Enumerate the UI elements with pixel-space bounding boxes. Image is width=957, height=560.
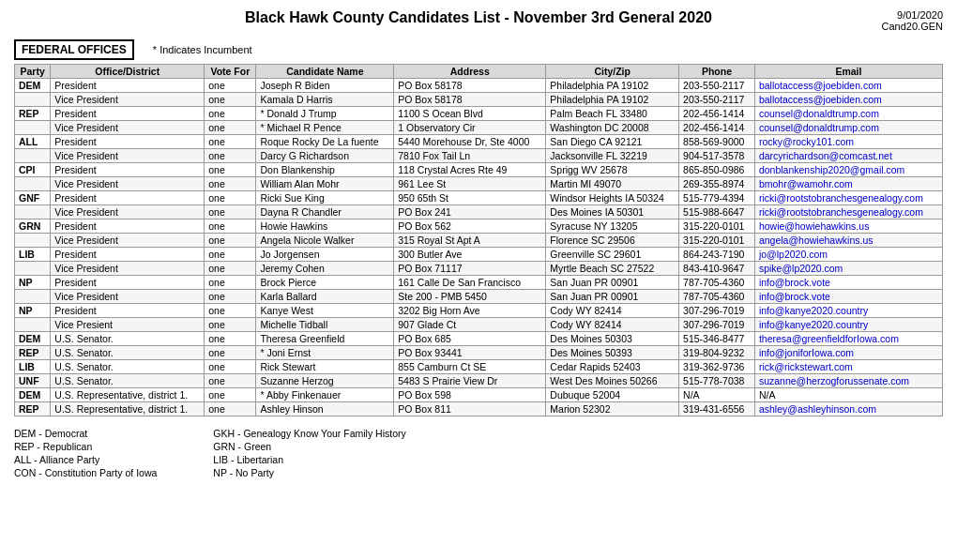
email-link[interactable]: info@kanye2020.country: [759, 319, 868, 330]
email-link[interactable]: counsel@donaldtrump.com: [759, 122, 879, 133]
cell-address: PO Box 58178: [394, 79, 546, 93]
email-link[interactable]: rocky@rocky101.com: [759, 136, 854, 147]
cell-vote-for: one: [205, 360, 256, 374]
legend-col2: GKH - Genealogy Know Your Family History…: [213, 428, 405, 478]
email-link[interactable]: donblankenship2020@gmail.com: [759, 164, 904, 175]
cell-city-zip: San Juan PR 00901: [546, 290, 679, 304]
cell-office: U.S. Senator.: [51, 332, 205, 346]
cell-party: CPI: [15, 163, 51, 177]
cell-office: Vice President: [51, 93, 205, 107]
email-link[interactable]: info@brock.vote: [759, 277, 830, 288]
cell-address: 161 Calle De San Francisco: [394, 276, 546, 290]
cell-vote-for: one: [205, 121, 256, 135]
email-link[interactable]: jo@lp2020.com: [759, 249, 828, 260]
col-vote-for: Vote For: [205, 65, 256, 79]
section-header-row: FEDERAL OFFICES * Indicates Incumbent: [14, 39, 943, 60]
cell-email: bmohr@wamohr.com: [754, 177, 942, 191]
cell-email: spike@lp2020.com: [754, 262, 942, 276]
email-link[interactable]: ashley@ashleyhinson.com: [759, 403, 876, 415]
email-link[interactable]: counsel@donaldtrump.com: [759, 108, 879, 119]
cell-email: suzanne@herzogforussenate.com: [754, 374, 942, 388]
table-row: UNFU.S. Senator.oneSuzanne Herzog5483 S …: [15, 374, 943, 388]
cell-party: NP: [15, 276, 51, 290]
cell-email: angela@howiehawkins.us: [754, 234, 942, 248]
incumbent-note: * Indicates Incumbent: [153, 44, 252, 55]
email-link[interactable]: ballotaccess@joebiden.com: [759, 80, 882, 91]
cell-city-zip: Greenville SC 29601: [546, 248, 679, 262]
table-row: DEMPresidentoneJoseph R BidenPO Box 5817…: [15, 79, 943, 93]
page-title: Black Hawk County Candidates List - Nove…: [108, 9, 849, 26]
legend-col1: DEM - DemocratREP - RepublicanALL - Alli…: [14, 428, 157, 478]
email-link[interactable]: info@kanye2020.country: [759, 305, 868, 316]
cell-address: 1 Observatory Cir: [394, 121, 546, 135]
cell-email: info@brock.vote: [754, 276, 942, 290]
cell-phone: 904-517-3578: [679, 149, 755, 163]
cell-candidate: Howie Hawkins: [256, 219, 394, 234]
cell-office: Vice President: [51, 121, 205, 135]
cell-candidate: Jo Jorgensen: [256, 248, 394, 262]
legend-item: LIB - Libertarian: [213, 454, 405, 465]
cell-party: DEM: [15, 332, 51, 346]
email-link[interactable]: darcyrichardson@comcast.net: [759, 150, 892, 161]
cell-candidate: William Alan Mohr: [256, 177, 394, 191]
cell-address: Ste 200 - PMB 5450: [394, 290, 546, 304]
email-link[interactable]: spike@lp2020.com: [759, 263, 843, 274]
table-row: Vice PresidentoneDarcy G Richardson7810 …: [15, 149, 943, 163]
email-link[interactable]: info@brock.vote: [759, 291, 830, 302]
cell-address: 961 Lee St: [394, 177, 546, 191]
cell-candidate: * Michael R Pence: [256, 121, 394, 135]
cell-candidate: Ashley Hinson: [256, 402, 394, 416]
cell-city-zip: Cody WY 82414: [546, 318, 679, 332]
cell-office: U.S. Senator.: [51, 346, 205, 360]
cell-vote-for: one: [205, 276, 256, 290]
cell-phone: 202-456-1414: [679, 107, 755, 121]
cell-vote-for: one: [205, 304, 256, 318]
cell-office: Vice President: [51, 234, 205, 248]
email-link[interactable]: info@joniforIowa.com: [759, 347, 854, 358]
email-link[interactable]: angela@howiehawkins.us: [759, 235, 873, 246]
email-link[interactable]: ballotaccess@joebiden.com: [759, 94, 882, 105]
cell-party: GNF: [15, 191, 51, 205]
cell-phone: 515-988-6647: [679, 205, 755, 219]
cell-phone: 307-296-7019: [679, 304, 755, 318]
cell-phone: 515-778-7038: [679, 374, 755, 388]
cell-city-zip: Washington DC 20008: [546, 121, 679, 135]
cell-office: Vice President: [51, 262, 205, 276]
email-link[interactable]: howie@howiehawkins.us: [759, 220, 869, 232]
email-link[interactable]: theresa@greenfieldforIowa.com: [759, 333, 899, 344]
table-row: Vice Presidentone* Michael R Pence1 Obse…: [15, 121, 943, 135]
email-link[interactable]: bmohr@wamohr.com: [759, 178, 853, 189]
cell-party: [15, 262, 51, 276]
cell-phone: 843-410-9647: [679, 262, 755, 276]
cell-phone: 315-220-0101: [679, 234, 755, 248]
cell-party: NP: [15, 304, 51, 318]
cell-office: Vice President: [51, 177, 205, 191]
cell-email: howie@howiehawkins.us: [754, 219, 942, 234]
email-link[interactable]: suzanne@herzogforussenate.com: [759, 375, 909, 386]
cell-city-zip: Sprigg WV 25678: [546, 163, 679, 177]
table-row: Vice PresidentoneKarla BallardSte 200 - …: [15, 290, 943, 304]
cell-party: UNF: [15, 374, 51, 388]
cell-email: info@brock.vote: [754, 290, 942, 304]
table-row: NPPresidentoneBrock Pierce161 Calle De S…: [15, 276, 943, 290]
cell-address: 3202 Big Horn Ave: [394, 304, 546, 318]
cell-phone: 865-850-0986: [679, 163, 755, 177]
cell-vote-for: one: [205, 262, 256, 276]
cell-address: PO Box 598: [394, 388, 546, 402]
email-link[interactable]: ricki@rootstobranchesgenealogy.com: [759, 206, 923, 218]
cell-candidate: Kamala D Harris: [256, 93, 394, 107]
email-link[interactable]: ricki@rootstobranchesgenealogy.com: [759, 192, 923, 204]
cell-vote-for: one: [205, 205, 256, 219]
cell-party: LIB: [15, 248, 51, 262]
cell-address: PO Box 71117: [394, 262, 546, 276]
cell-address: 315 Royal St Apt A: [394, 234, 546, 248]
cell-email: theresa@greenfieldforIowa.com: [754, 332, 942, 346]
cell-email: counsel@donaldtrump.com: [754, 107, 942, 121]
cell-candidate: Michelle Tidball: [256, 318, 394, 332]
col-office: Office/District: [51, 65, 205, 79]
cell-office: President: [51, 107, 205, 121]
email-link[interactable]: rick@rickstewart.com: [759, 361, 853, 372]
cell-city-zip: San Juan PR 00901: [546, 276, 679, 290]
table-row: GRNPresidentoneHowie HawkinsPO Box 562Sy…: [15, 219, 943, 234]
cell-phone: N/A: [679, 388, 755, 402]
